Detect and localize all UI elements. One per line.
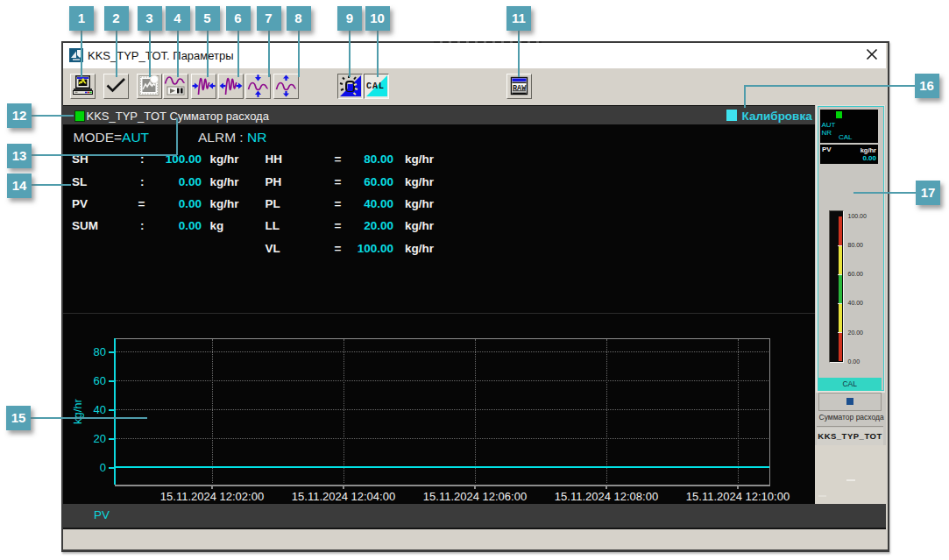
svg-text:CAL: CAL (366, 82, 385, 91)
